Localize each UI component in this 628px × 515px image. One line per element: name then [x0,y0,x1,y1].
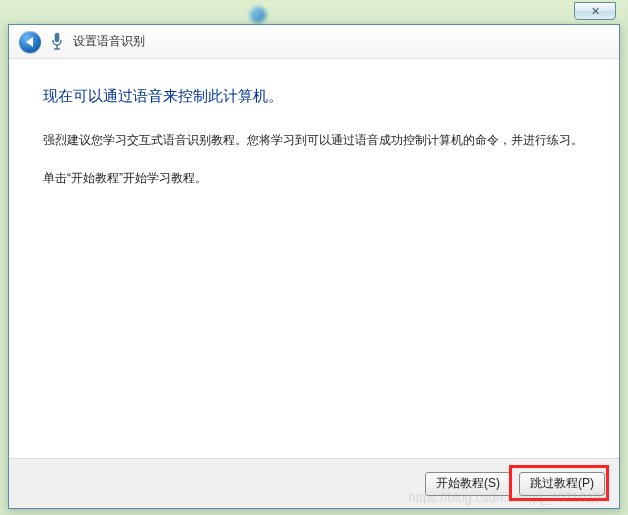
body-paragraph-2: 单击“开始教程”开始学习教程。 [43,168,585,188]
wizard-header: 设置语音识别 [9,25,619,59]
start-tutorial-button[interactable]: 开始教程(S) [425,472,511,496]
back-arrow-icon [26,37,33,47]
skip-tutorial-button[interactable]: 跳过教程(P) [519,472,605,496]
close-icon: ✕ [591,5,600,18]
wizard-body: 现在可以通过语音来控制此计算机。 强烈建议您学习交互式语音识别教程。您将学习到可… [9,59,619,458]
svg-rect-0 [55,33,59,42]
wizard-footer: 开始教程(S) 跳过教程(P) [9,458,619,508]
main-heading: 现在可以通过语音来控制此计算机。 [43,87,585,106]
body-paragraph-1: 强烈建议您学习交互式语音识别教程。您将学习到可以通过语音成功控制计算机的命令，并… [43,130,585,150]
close-button[interactable]: ✕ [574,2,616,20]
microphone-icon [49,32,65,52]
wizard-dialog: 设置语音识别 现在可以通过语音来控制此计算机。 强烈建议您学习交互式语音识别教程… [8,24,620,509]
globe-icon [250,7,266,23]
back-button[interactable] [19,31,41,53]
wizard-title: 设置语音识别 [73,33,145,50]
